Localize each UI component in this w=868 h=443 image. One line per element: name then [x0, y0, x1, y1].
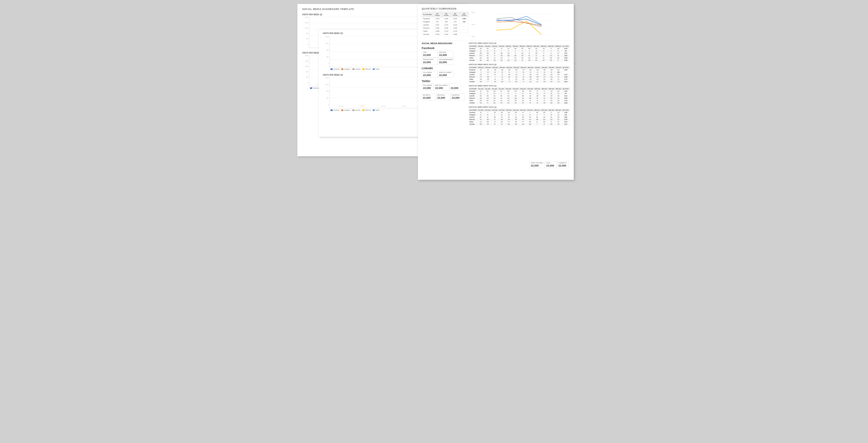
input-q1-table: PLATFORMJAN-wk1JAN-wk2JAN-wk3JAN-wk4FEB-…	[469, 45, 570, 62]
quarterly-title: QUARTERLY COMPARISON	[422, 7, 570, 10]
facebook-name: Facebook	[422, 47, 465, 50]
input-q4-table: PLATFORMOCT-wk1OCT-wk2OCT-wk3OCT-wk4NOV-…	[469, 109, 570, 125]
table-row: Pinterest1,9812,0481,926	[422, 27, 468, 30]
breakdown-title: SOCIAL MEDIA BREAKDOWN	[422, 42, 465, 45]
table-row: Instagram12376313381131602433232	[469, 114, 570, 116]
inputq3-title: VISITS BY WEEK INPUT DATA Q3	[469, 85, 570, 87]
table-row: YouTube215703202742911672723029239206253…	[469, 102, 570, 104]
twitter-block: Twitter FOLLOWERS 22,000 NEW FOLLOWERS 2…	[422, 80, 465, 101]
table-row: Instagram151228275232	[422, 20, 468, 24]
inputq2-title: VISITS BY WEEK INPUT DATA Q2	[469, 63, 570, 65]
input-q3-table: PLATFORMJUL-wk1JUL-wk2JUL-wk3JUL-wk4AUG-…	[469, 88, 570, 104]
quarterly-section: QUARTERLY COMPARISON PLATFORM Q1 TOTAL Q…	[422, 7, 570, 37]
table-row: Facebook83262168683963452281586521155293…	[469, 90, 570, 92]
table-row: YouTube404771923037228147201623361942752…	[469, 81, 570, 83]
breakdown-section: SOCIAL MEDIA BREAKDOWN Facebook FANS 22,…	[422, 42, 465, 102]
table-row: Twitter254268332240167282233318943693562…	[469, 57, 570, 59]
table-row: Pinterest1021441445319228698356582629717…	[469, 97, 570, 99]
inputq1-title: VISITS BY WEEK INPUT DATA Q1	[469, 42, 570, 44]
inputq4-title: VISITS BY WEEK INPUT DATA Q4	[469, 106, 570, 108]
table-row: Facebook43635156301473692313384141427428…	[469, 48, 570, 50]
table-row: Pinterest1733394591521449938639312713834…	[469, 76, 570, 78]
linkedin-block: LinkedIn FOLLOWERS 22,000 NEW FOLLOWERS …	[422, 67, 465, 78]
table-row: Twitter2,5982,7792,718	[422, 30, 468, 33]
table-row: Instagram52434261283210162325228	[469, 71, 570, 73]
facebook-block: Facebook FANS 22,000 NEW FANS 22,000	[422, 47, 465, 65]
input-data-section: VISITS BY WEEK INPUT DATA Q1 PLATFORMJAN…	[469, 42, 570, 127]
youtube-metrics: VIEWS THIS WEEK 22,000 LIKES 22,000 COMM…	[529, 161, 569, 168]
table-row: Instagram243330214272836372834275	[469, 92, 570, 95]
dashboard-container: SOCIAL MEDIA DASHBOARD TEMPLATE VISITS P…	[297, 4, 571, 156]
linkedin-name: LinkedIn	[422, 67, 465, 70]
table-row: Twitter358357415242140254238358382352162…	[469, 99, 570, 102]
table-row: LinkedIn19427371153092101925322721820424…	[469, 73, 570, 76]
input-q2-table: PLATFORMAPR-wk1APR-wk2APR-wk3APR-wk4MAY-…	[469, 66, 570, 83]
table-row: LinkedIn25832856388239714422315973734172…	[469, 52, 570, 55]
table-row: Pinterest2728827225308364252508181173601…	[469, 55, 570, 57]
table-row: LinkedIn42630410139141328229013822626218…	[469, 95, 570, 97]
table-row: Pinterest8426961348123236142143363263223…	[469, 118, 570, 121]
table-row: Twitter116385433641771052773826132844882…	[469, 121, 570, 123]
table-row: LinkedIn2,5272,2743,210	[422, 24, 468, 27]
table-row: YouTube33627916262823352362507793951302,…	[469, 123, 570, 125]
table-row: LinkedIn28750260270321184165347252139321…	[469, 116, 570, 118]
table-row: Facebook43766208303346308273330130189108…	[469, 69, 570, 71]
table-row: Twitter423428208011221222185412347335952…	[469, 78, 570, 81]
table-row: Instagram322112185841317921151	[469, 50, 570, 52]
quarterly-table: PLATFORM Q1 TOTAL Q2 TOTAL Q3 TOTAL Q4 T…	[422, 12, 469, 36]
table-row: Facebook2,8762,9402,2421,926	[422, 17, 468, 20]
table-row: YouTube298289156155293290901563613373332…	[469, 59, 570, 62]
twitter-name: Twitter	[422, 80, 465, 83]
table-row: Facebook352375183183351440169203113701,9…	[469, 111, 570, 114]
table-row: YouTube2,7852,4442,366	[422, 33, 468, 36]
